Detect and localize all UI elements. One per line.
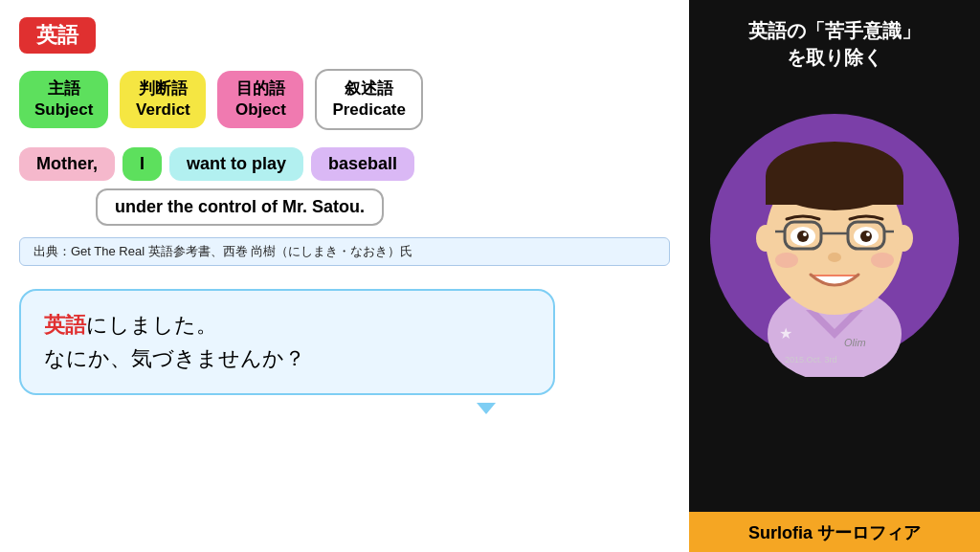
sentence-row-2: under the control of Mr. Satou. (19, 188, 670, 226)
sidebar: 英語の「苦手意識」を取り除く (689, 0, 980, 552)
bubble-eigo: 英語 (44, 313, 86, 337)
avatar-area: ★ Olim 2015.Oct. 3rd (701, 80, 969, 377)
svg-point-20 (828, 253, 841, 262)
sidebar-title: 英語の「苦手意識」を取り除く (733, 0, 936, 80)
svg-point-21 (775, 253, 798, 268)
svg-point-22 (871, 253, 894, 268)
bubble-text: 英語にしました。 なにか、気づきませんか？ (44, 308, 530, 375)
grammar-box-object: 目的語Object (217, 71, 303, 128)
svg-text:★: ★ (779, 325, 792, 342)
eigo-badge: 英語 (19, 17, 96, 54)
grammar-box-predicate: 叙述語Predicate (315, 69, 423, 130)
sentence-baseball: baseball (311, 147, 414, 181)
sentence-i: I (122, 147, 162, 181)
grammar-box-subject: 主語Subject (19, 71, 108, 128)
svg-point-19 (866, 232, 870, 236)
sentence-mother: Mother, (19, 147, 115, 181)
speech-bubble: 英語にしました。 なにか、気づきませんか？ (19, 289, 555, 394)
svg-text:2015.Oct. 3rd: 2015.Oct. 3rd (785, 355, 837, 364)
svg-point-18 (803, 232, 807, 236)
citation-box: 出典：Get The Real 英語参考書、西巻 尚樹（にしまき・なおき）氏 (19, 237, 670, 266)
svg-point-7 (756, 225, 775, 252)
main-content: 英語 主語Subject 判断語Verdict 目的語Object 叙述語Pre… (0, 0, 689, 552)
sentence-want-to-play: want to play (169, 147, 303, 181)
bubble-line1-suffix: にしました。 (86, 313, 217, 337)
sentence-under-control: under the control of Mr. Satou. (96, 188, 384, 226)
svg-point-8 (894, 225, 913, 252)
grammar-box-verdict: 判断語Verdict (120, 71, 206, 128)
svg-point-17 (860, 231, 872, 242)
avatar-label: Surlofia サーロフィア (689, 512, 980, 552)
svg-point-16 (797, 231, 809, 242)
grammar-boxes: 主語Subject 判断語Verdict 目的語Object 叙述語Predic… (19, 69, 670, 130)
sentence-row-1: Mother, I want to play baseball (19, 147, 670, 181)
svg-rect-6 (766, 176, 903, 205)
bubble-line2: なにか、気づきませんか？ (44, 346, 305, 370)
svg-text:Olim: Olim (844, 337, 866, 348)
